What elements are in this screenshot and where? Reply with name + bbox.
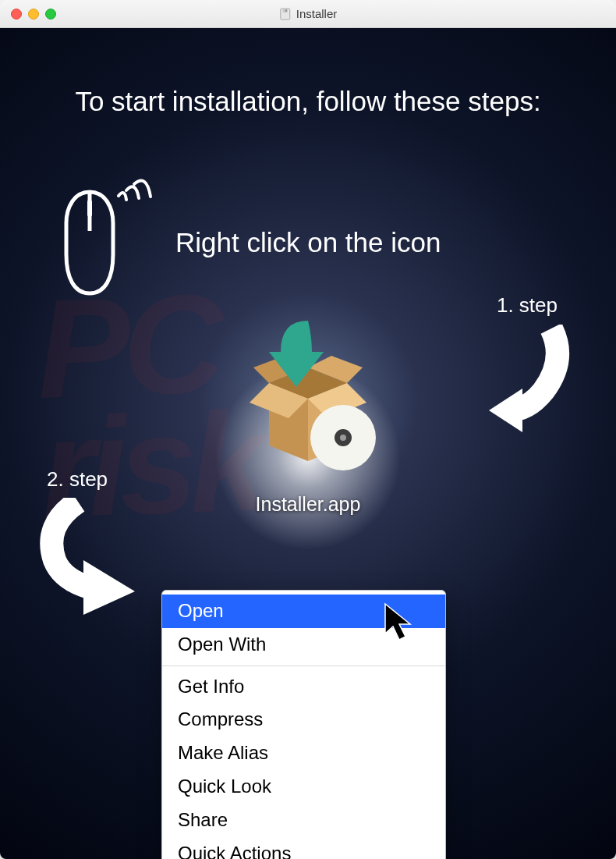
- svg-marker-6: [83, 560, 135, 615]
- instruction-text: Right click on the icon: [175, 227, 441, 258]
- step-2-arrow-icon: [35, 498, 140, 618]
- zoom-button[interactable]: [45, 9, 56, 20]
- step-2-label: 2. step: [47, 467, 108, 492]
- svg-rect-2: [285, 9, 287, 12]
- installer-app-label: Installer.app: [230, 493, 386, 516]
- menu-separator: [162, 666, 445, 666]
- menu-item-compress[interactable]: Compress: [162, 703, 445, 737]
- heading: To start installation, follow these step…: [0, 86, 616, 117]
- titlebar: Installer: [0, 0, 616, 28]
- minimize-button[interactable]: [28, 9, 39, 20]
- window-title: Installer: [296, 7, 338, 20]
- step-1-arrow-icon: [485, 325, 571, 437]
- svg-rect-4: [87, 200, 92, 217]
- menu-item-quick-look[interactable]: Quick Look: [162, 770, 445, 804]
- menu-item-make-alias[interactable]: Make Alias: [162, 737, 445, 770]
- menu-item-open[interactable]: Open: [162, 595, 445, 628]
- mouse-icon: [55, 176, 156, 304]
- installer-app-icon[interactable]: Installer.app: [230, 309, 386, 516]
- content-area: PCrisk To start installation, follow the…: [0, 28, 616, 859]
- svg-point-16: [340, 435, 346, 441]
- menu-item-share[interactable]: Share: [162, 804, 445, 837]
- svg-rect-1: [283, 9, 288, 12]
- traffic-lights: [0, 9, 56, 20]
- step-1-label: 1. step: [497, 293, 558, 318]
- close-button[interactable]: [11, 9, 22, 20]
- context-menu: Open Open With Get Info Compress Make Al…: [161, 590, 446, 859]
- menu-item-get-info[interactable]: Get Info: [162, 670, 445, 704]
- svg-marker-5: [489, 389, 522, 432]
- disk-icon: [279, 8, 292, 20]
- installer-window: Installer PCrisk To start installation, …: [0, 0, 616, 859]
- menu-item-quick-actions[interactable]: Quick Actions: [162, 837, 445, 859]
- window-title-wrap: Installer: [279, 7, 338, 20]
- menu-item-open-with[interactable]: Open With: [162, 628, 445, 662]
